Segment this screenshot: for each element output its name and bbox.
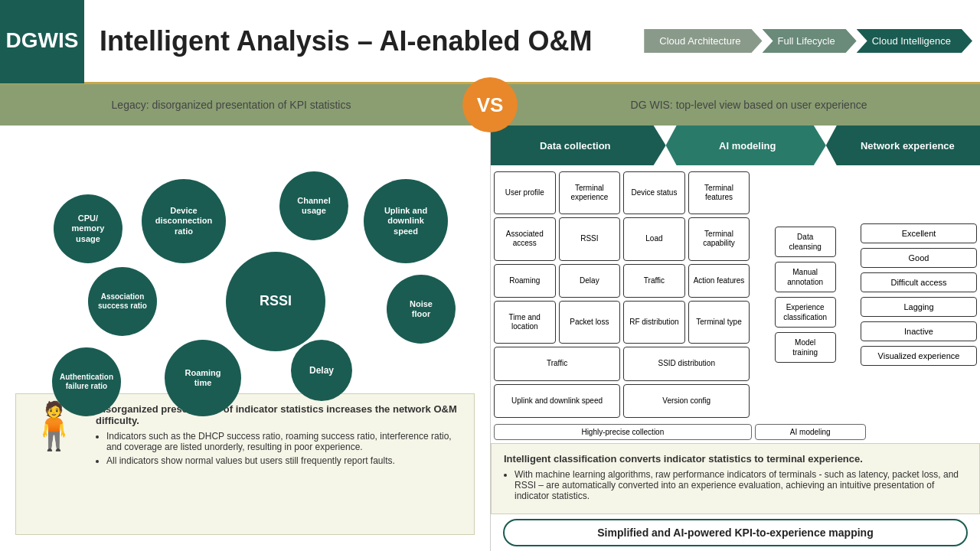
exp-visualized: Visualized experience: [861, 346, 977, 366]
bottom-collection-label: Highly-precise collection: [494, 424, 752, 440]
kpi-uplink-dl: Uplink and downlink speed: [494, 384, 620, 418]
circle-delay: Delay: [291, 340, 352, 401]
exp-inactive: Inactive: [861, 321, 977, 341]
kpi-delay: Delay: [559, 264, 621, 298]
ai-model-training: Model training: [775, 332, 836, 363]
bullet-list-right: With machine learning algorithms, raw pe…: [514, 469, 967, 501]
main-content: CPU/memoryusage Devicedisconnectionratio…: [0, 126, 980, 551]
circle-rssi: RSSI: [226, 252, 325, 351]
kpi-roaming: Roaming: [494, 264, 556, 298]
kpi-rssi: RSSI: [559, 217, 621, 260]
breadcrumb: Cloud Architecture Full Lifecycle Cloud …: [644, 29, 980, 53]
ai-exp-classification: Experience classification: [775, 297, 836, 328]
kpi-ssid-dist: SSID distribution: [623, 347, 750, 380]
circles-area: CPU/memoryusage Devicedisconnectionratio…: [8, 133, 482, 393]
circle-device: Devicedisconnectionratio: [142, 179, 226, 263]
kpi-terminal-type: Terminal type: [688, 301, 750, 344]
logo: DG WIS: [0, 0, 84, 83]
experience-boxes: Excellent Good Difficult access Lagging …: [861, 171, 977, 418]
simplified-banner: Simplified and AI-powered KPI-to-experie…: [503, 519, 968, 546]
diagram-area: User profile Terminal experience Device …: [491, 165, 980, 424]
kpi-traffic: Traffic: [623, 264, 685, 298]
circle-uplink: Uplink anddownlinkspeed: [364, 179, 448, 263]
kpi-device-status: Device status: [623, 171, 685, 214]
vs-banner: Legacy: disorganized presentation of KPI…: [0, 84, 980, 126]
page-title: Intelligent Analysis – AI-enabled O&M: [100, 25, 592, 57]
left-panel: CPU/memoryusage Devicedisconnectionratio…: [0, 126, 490, 551]
circle-cpu: CPU/memoryusage: [54, 194, 122, 263]
header: DG WIS Intelligent Analysis – AI-enabled…: [0, 0, 980, 84]
bottom-row: Highly-precise collection AI modeling: [491, 424, 980, 443]
ai-data-cleansing: Data cleansing: [775, 227, 836, 257]
exp-lagging: Lagging: [861, 297, 977, 317]
legacy-label: Legacy: disorganized presentation of KPI…: [0, 99, 462, 111]
kpi-grid: User profile Terminal experience Device …: [494, 171, 750, 418]
breadcrumb-cloud-intel[interactable]: Cloud Intelligence: [857, 29, 972, 53]
kpi-terminal-feat: Terminal features: [688, 171, 750, 214]
kpi-action-feat: Action features: [688, 264, 750, 298]
arrow-data-collection: Data collection: [491, 126, 666, 165]
figure: 🧍: [25, 403, 87, 525]
bullet-list-left: Indicators such as the DHCP success rati…: [106, 431, 465, 466]
kpi-packet-loss: Packet loss: [559, 301, 621, 344]
bottom-right-box: Intelligent classification converts indi…: [491, 443, 980, 514]
circle-auth: Authenticationfailure ratio: [52, 347, 121, 416]
kpi-terminal-cap: Terminal capability: [688, 217, 750, 260]
exp-good: Good: [861, 248, 977, 268]
exp-difficult-access: Difficult access: [861, 272, 977, 292]
vs-circle: VS: [462, 77, 518, 132]
arrow-ai-modeling: AI modeling: [666, 126, 826, 165]
kpi-time-loc: Time and location: [494, 301, 556, 344]
dgwis-label: DG WIS: top-level view based on user exp…: [518, 99, 980, 111]
kpi-version-config: Version config: [623, 384, 750, 418]
kpi-user-profile: User profile: [494, 171, 556, 214]
arrow-network-experience: Network experience: [826, 126, 980, 165]
top-arrow-bar: Data collection AI modeling Network expe…: [491, 126, 980, 165]
circle-noise: Noisefloor: [387, 275, 456, 344]
circle-channel: Channelusage: [279, 171, 348, 240]
right-panel: Data collection AI modeling Network expe…: [490, 126, 980, 551]
bottom-left-text: Disorganized presentation of indicator s…: [96, 403, 465, 525]
title-area: Intelligent Analysis – AI-enabled O&M: [84, 25, 644, 57]
breadcrumb-full-lifecycle[interactable]: Full Lifecycle: [763, 29, 857, 53]
ai-boxes: Data cleansing Manual annotation Experie…: [753, 171, 858, 418]
breadcrumb-cloud-arch[interactable]: Cloud Architecture: [644, 29, 762, 53]
bottom-ai-model-label: AI modeling: [755, 424, 866, 440]
kpi-traffic2: Traffic: [494, 347, 620, 380]
kpi-load: Load: [623, 217, 685, 260]
kpi-terminal-exp: Terminal experience: [559, 171, 621, 214]
circle-roaming: Roamingtime: [165, 340, 241, 416]
bottom-spacer: [869, 424, 977, 440]
ai-manual-annotation: Manual annotation: [775, 262, 836, 292]
circle-assoc: Associationsuccess ratio: [88, 267, 157, 336]
kpi-rf-dist: RF distribution: [623, 301, 685, 344]
exp-excellent: Excellent: [861, 223, 977, 243]
kpi-assoc-access: Associated access: [494, 217, 556, 260]
